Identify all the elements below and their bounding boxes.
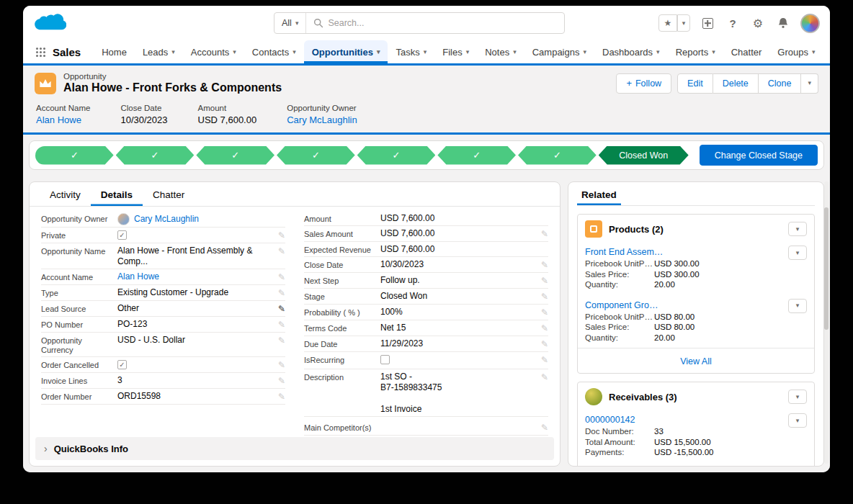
edit-pencil-icon[interactable]: ✎ [535, 338, 548, 350]
field-value: USD -15,500.00 [654, 447, 713, 458]
nav-tab-notes[interactable]: Notes▾ [477, 40, 524, 63]
notifications-button[interactable] [775, 15, 791, 31]
delete-button[interactable]: Delete [713, 73, 759, 94]
path-stage-complete[interactable]: ✓ [437, 146, 516, 165]
checkbox-checked[interactable]: ✓ [117, 360, 127, 369]
favorites-star-button[interactable]: ★ [658, 14, 677, 32]
nav-tab-accounts[interactable]: Accounts▾ [183, 40, 244, 63]
edit-pencil-icon[interactable]: ✎ [272, 375, 285, 387]
edit-pencil-icon[interactable]: ✎ [272, 319, 285, 330]
app-launcher-button[interactable] [32, 40, 50, 63]
owner-link[interactable]: Cary McLaughlin [287, 114, 357, 125]
field-label: Sales Amount [304, 228, 380, 239]
edit-pencil-icon[interactable]: ✎ [535, 372, 548, 383]
row-private: Private ✓ ✎ [41, 228, 285, 243]
view-all-link[interactable]: View All [680, 356, 712, 366]
setup-gear-button[interactable]: ⚙ [750, 15, 766, 31]
edit-pencil-icon[interactable]: ✎ [272, 391, 285, 402]
nav-tab-groups[interactable]: Groups▾ [769, 40, 823, 63]
edit-pencil-icon[interactable]: ✎ [535, 291, 548, 302]
tab-chatter[interactable]: Chatter [143, 182, 195, 206]
nav-tab-more[interactable]: More▾ [823, 40, 830, 63]
edit-pencil-icon[interactable]: ✎ [272, 335, 285, 346]
search-scope-selector[interactable]: All ▾ [274, 13, 306, 33]
field-value: Other [117, 303, 272, 314]
path-stage-complete[interactable]: ✓ [518, 146, 597, 165]
edit-pencil-icon[interactable]: ✎ [535, 422, 548, 433]
search-input[interactable] [328, 18, 564, 28]
receivable-row-dropdown-button[interactable]: ▾ [788, 413, 807, 428]
path-stage-complete[interactable]: ✓ [196, 146, 274, 165]
record-header: Opportunity Alan Howe - Front Forks & Co… [23, 66, 830, 132]
edit-pencil-icon[interactable]: ✎ [272, 359, 285, 371]
edit-pencil-icon[interactable]: ✎ [272, 303, 285, 315]
favorites-dropdown-button[interactable]: ▾ [677, 14, 690, 32]
product-name-link[interactable]: Component Gro… [585, 300, 658, 310]
field-label: Expected Revenue [304, 244, 380, 255]
related-panel: Related Products (2) ▾ Front End Assem… … [568, 181, 824, 467]
tab-activity[interactable]: Activity [40, 182, 91, 206]
nav-tab-chatter[interactable]: Chatter [723, 40, 770, 63]
nav-tab-campaigns[interactable]: Campaigns▾ [524, 40, 594, 63]
receivable-number-link[interactable]: 0000000142 [585, 415, 635, 425]
help-button[interactable]: ? [725, 15, 741, 31]
path-stage-complete[interactable]: ✓ [277, 146, 355, 165]
checkbox-unchecked[interactable] [380, 355, 390, 364]
nav-tab-files[interactable]: Files▾ [434, 40, 477, 63]
receivables-card-header[interactable]: Receivables (3) ▾ [578, 382, 814, 410]
quickbooks-info-section[interactable]: › QuickBooks Info [35, 437, 554, 460]
path-stage-closed-won[interactable]: Closed Won [599, 146, 689, 165]
account-name-link[interactable]: Alan Howe [36, 114, 90, 125]
nav-tab-leads[interactable]: Leads▾ [135, 40, 183, 63]
row-amount: Amount USD 7,600.00 [304, 211, 548, 226]
follow-button[interactable]: + Follow [616, 73, 671, 94]
edit-pencil-icon[interactable]: ✎ [535, 323, 548, 334]
field-label: Terms Code [304, 323, 380, 333]
nav-tab-contacts[interactable]: Contacts▾ [244, 40, 304, 63]
products-card-header[interactable]: Products (2) ▾ [578, 215, 814, 242]
receivables-actions-dropdown-button[interactable]: ▾ [788, 390, 807, 404]
check-icon: ✓ [151, 150, 159, 161]
receivable-field: Total Amount:USD 15,500.00 [585, 437, 807, 448]
edit-button[interactable]: Edit [677, 73, 713, 94]
path-stage-complete[interactable]: ✓ [116, 146, 195, 165]
product-row-dropdown-button[interactable]: ▾ [788, 299, 807, 313]
tab-related[interactable]: Related [577, 182, 621, 205]
edit-pencil-icon[interactable]: ✎ [272, 287, 285, 299]
owner-link[interactable]: Cary McLaughlin [134, 214, 199, 225]
account-name-link[interactable]: Alan Howe [117, 271, 159, 282]
product-name-link[interactable]: Front End Assem… [585, 247, 663, 257]
receivable-row-dropdown-button[interactable]: ▾ [788, 467, 807, 467]
change-closed-stage-button[interactable]: Change Closed Stage [700, 145, 818, 166]
path-stage-complete[interactable]: ✓ [35, 146, 114, 165]
receivables-card: Receivables (3) ▾ 0000000142 ▾ Doc Numbe… [577, 382, 815, 467]
edit-pencil-icon[interactable]: ✎ [535, 354, 548, 366]
apps-grid-button[interactable] [700, 15, 715, 31]
product-row-dropdown-button[interactable]: ▾ [788, 246, 807, 260]
tab-details[interactable]: Details [91, 182, 143, 206]
receivable-item: 0000000145 ▾ Doc Number:34 Total Amount:… [578, 463, 814, 467]
edit-pencil-icon[interactable]: ✎ [535, 307, 548, 318]
edit-pencil-icon[interactable]: ✎ [272, 246, 285, 257]
edit-pencil-icon[interactable]: ✎ [535, 259, 548, 271]
clone-button[interactable]: Clone [759, 73, 802, 94]
nav-tab-reports[interactable]: Reports▾ [668, 40, 723, 63]
chevron-down-icon: ▾ [796, 418, 800, 424]
products-actions-dropdown-button[interactable]: ▾ [788, 222, 807, 236]
checkbox-checked[interactable]: ✓ [117, 230, 127, 240]
scrollbar-thumb[interactable] [824, 207, 829, 330]
scrollbar-track[interactable] [824, 181, 829, 464]
chevron-down-icon: ▾ [656, 49, 660, 55]
edit-pencil-icon[interactable]: ✎ [535, 228, 548, 240]
nav-tab-opportunities[interactable]: Opportunities▾ [304, 40, 388, 63]
nav-tab-tasks[interactable]: Tasks▾ [388, 40, 434, 63]
field-label: Sales Price: [585, 322, 654, 333]
more-actions-dropdown-button[interactable]: ▾ [801, 73, 818, 94]
user-avatar[interactable] [800, 14, 820, 33]
nav-tab-home[interactable]: Home [94, 40, 135, 63]
edit-pencil-icon[interactable]: ✎ [535, 275, 548, 287]
edit-pencil-icon[interactable]: ✎ [272, 230, 285, 241]
nav-tab-dashboards[interactable]: Dashboards▾ [594, 40, 668, 63]
edit-pencil-icon[interactable]: ✎ [272, 271, 285, 283]
path-stage-complete[interactable]: ✓ [357, 146, 436, 165]
